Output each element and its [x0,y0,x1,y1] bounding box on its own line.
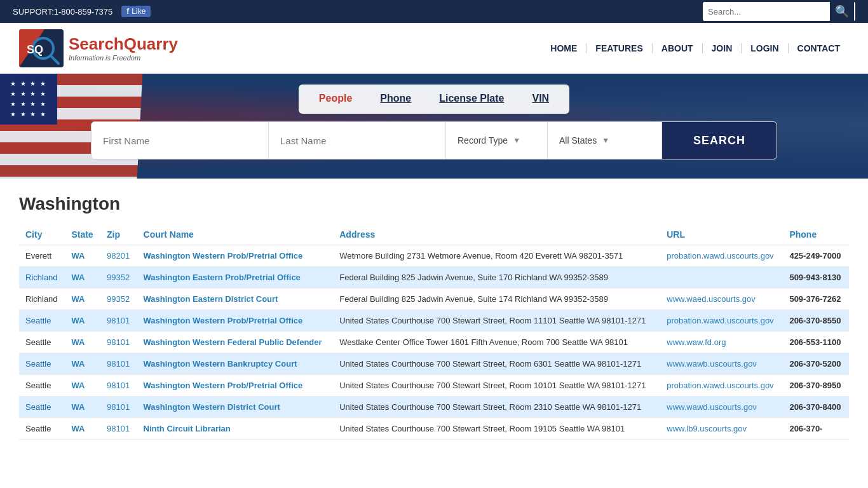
tab-people[interactable]: People [305,93,366,105]
cell-url: www.waed.uscourts.gov [660,288,783,310]
cell-zip: 98101 [100,396,137,418]
table-row: Seattle WA 98101 Washington Western Bank… [19,353,849,375]
cell-address: United States Courthouse 700 Stewart Str… [333,375,660,396]
cell-zip: 98101 [100,310,137,332]
cell-city: Seattle [19,310,65,332]
cell-zip: 98201 [100,245,137,267]
cell-court: Washington Western Prob/Pretrial Office [137,310,334,332]
cell-address: Federal Building 825 Jadwin Avenue, Suit… [333,267,660,288]
hero: ★ ★ ★ ★★ ★ ★ ★★ ★ ★ ★★ ★ ★ ★ People Phon… [0,74,868,179]
fb-icon: f [126,7,129,16]
cell-court: Washington Western Prob/Pretrial Office [137,375,334,396]
cell-phone: 206-370-5200 [783,353,849,375]
cell-city: Seattle [19,375,65,396]
nav-home[interactable]: HOME [541,43,587,53]
cell-state: WA [65,418,100,440]
fb-like-label: Like [132,7,146,16]
results-table: City State Zip Court Name Address URL Ph… [19,224,849,440]
top-search-input[interactable] [703,4,830,19]
cell-zip: 99352 [100,267,137,288]
content: Washington City State Zip Court Name Add… [0,179,868,455]
table-row: Seattle WA 98101 Ninth Circuit Librarian… [19,418,849,440]
main-search-bar: Record Type ▼ All States ▼ SEARCH [91,121,777,159]
cell-city: Richland [19,267,65,288]
cell-phone: 206-553-1100 [783,332,849,353]
nav-features[interactable]: FEATURES [587,43,652,53]
logo-text: SearchQuarry Information is Freedom [69,34,178,62]
section-title: Washington [19,194,849,214]
cell-phone: 509-376-7262 [783,288,849,310]
nav-contact[interactable]: CONTACT [789,43,849,53]
cell-state: WA [65,288,100,310]
cell-url: probation.wawd.uscourts.gov [660,375,783,396]
cell-url: www.wawb.uscourts.gov [660,353,783,375]
cell-state: WA [65,245,100,267]
top-search-button[interactable]: 🔍 [830,2,854,21]
last-name-input[interactable] [269,122,446,159]
logo-name: SearchQuarry [69,34,178,54]
col-phone: Phone [783,224,849,245]
record-type-dropdown[interactable]: Record Type ▼ [446,122,548,159]
tab-vin[interactable]: VIN [518,93,563,105]
tab-phone[interactable]: Phone [366,93,425,105]
cell-city: Seattle [19,353,65,375]
cell-court: Washington Western District Court [137,396,334,418]
cell-phone: 425-249-7000 [783,245,849,267]
all-states-label: All States [559,135,597,146]
cell-state: WA [65,396,100,418]
cell-state: WA [65,353,100,375]
first-name-input[interactable] [92,122,269,159]
support-text: SUPPORT:1-800-859-7375 [13,7,112,17]
tab-license-plate[interactable]: License Plate [425,93,518,105]
cell-city: Richland [19,288,65,310]
cell-state: WA [65,310,100,332]
cell-phone: 509-943-8130 [783,267,849,288]
cell-url: www.wawd.uscourts.gov [660,396,783,418]
table-row: Seattle WA 98101 Washington Western Fede… [19,332,849,353]
search-button[interactable]: SEARCH [662,122,776,159]
col-url: URL [660,224,783,245]
cell-address: Wetmore Building 2731 Wetmore Avenue, Ro… [333,245,660,267]
search-tabs: People Phone License Plate VIN [299,85,569,114]
col-city: City [19,224,65,245]
cell-zip: 98101 [100,332,137,353]
record-type-label: Record Type [458,135,508,146]
logo-name-part2: Quarry [124,34,178,53]
cell-court: Washington Eastern District Court [137,288,334,310]
cell-court: Washington Western Bankruptcy Court [137,353,334,375]
fb-like-button[interactable]: f Like [121,6,151,17]
cell-court: Washington Western Prob/Pretrial Office [137,245,334,267]
top-search: 🔍 [703,2,855,21]
cell-address: United States Courthouse 700 Stewart Str… [333,353,660,375]
cell-zip: 98101 [100,353,137,375]
cell-city: Seattle [19,396,65,418]
all-states-arrow-icon: ▼ [602,136,609,145]
logo-name-part1: Search [69,34,124,53]
cell-address: United States Courthouse 700 Stewart Str… [333,396,660,418]
table-row: Seattle WA 98101 Washington Western Dist… [19,396,849,418]
col-zip: Zip [100,224,137,245]
cell-url: probation.wawd.uscourts.gov [660,310,783,332]
cell-address: Federal Building 825 Jadwin Avenue, Suit… [333,288,660,310]
cell-state: WA [65,332,100,353]
table-row: Seattle WA 98101 Washington Western Prob… [19,310,849,332]
nav-links: HOME FEATURES ABOUT JOIN LOGIN CONTACT [541,43,849,53]
col-address: Address [333,224,660,245]
nav-bar: SQ SearchQuarry Information is Freedom H… [0,23,868,74]
table-row: Richland WA 99352 Washington Eastern Pro… [19,267,849,288]
cell-zip: 98101 [100,375,137,396]
nav-login[interactable]: LOGIN [742,43,788,53]
col-court: Court Name [137,224,334,245]
cell-zip: 98101 [100,418,137,440]
cell-court: Ninth Circuit Librarian [137,418,334,440]
col-state: State [65,224,100,245]
nav-join[interactable]: JOIN [703,43,742,53]
svg-text:SQ: SQ [27,43,43,56]
cell-phone: 206-370-8550 [783,310,849,332]
top-bar-left: SUPPORT:1-800-859-7375 f Like [13,6,151,17]
table-row: Everett WA 98201 Washington Western Prob… [19,245,849,267]
all-states-dropdown[interactable]: All States ▼ [548,122,662,159]
cell-url: www.lb9.uscourts.gov [660,418,783,440]
logo-icon: SQ [19,29,64,67]
nav-about[interactable]: ABOUT [653,43,703,53]
